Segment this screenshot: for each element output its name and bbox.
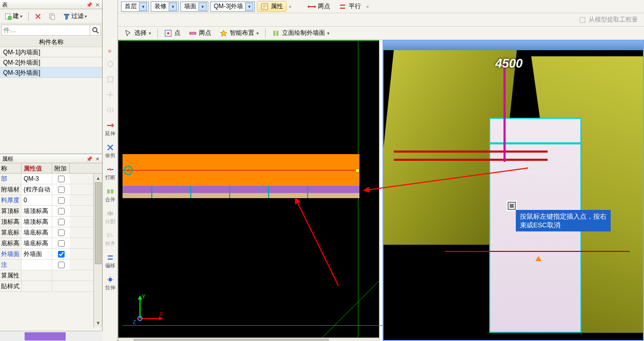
prop-extra-checkbox[interactable]	[58, 219, 65, 225]
workspace: A Y X Z	[118, 40, 644, 341]
tool[interactable]	[104, 57, 116, 71]
chevron-down-icon: ▾	[149, 31, 151, 36]
search-input[interactable]	[1, 25, 90, 36]
scroll-down-icon[interactable]: ▼	[94, 318, 102, 327]
pin-icon[interactable]: 📌	[86, 1, 93, 8]
offset-tool[interactable]: 偏移	[104, 251, 116, 271]
mirror-tool[interactable]	[104, 103, 116, 117]
chevron-down-icon: ▾	[198, 3, 207, 11]
point-tool[interactable]: 点	[161, 28, 184, 38]
prop-row[interactable]: 算顶标高 墙顶标高	[0, 206, 102, 217]
layer-wood[interactable]	[123, 193, 359, 198]
properties-button[interactable]: 属性	[257, 1, 287, 12]
two-point-tool[interactable]: 两点	[305, 2, 333, 11]
svg-rect-11	[109, 278, 112, 281]
prop-extra-checkbox[interactable]	[58, 176, 65, 182]
prop-extra-checkbox[interactable]	[58, 229, 65, 236]
property-pane-title: 属框	[2, 156, 13, 162]
svg-rect-19	[273, 31, 275, 36]
prop-extra-checkbox[interactable]	[58, 186, 65, 193]
prop-extra-checkbox[interactable]	[58, 251, 65, 258]
copy-button[interactable]	[46, 12, 58, 21]
merge-tool[interactable]: 合并	[104, 185, 116, 205]
align-tool[interactable]: 对齐	[104, 229, 116, 249]
delete-button[interactable]	[32, 12, 44, 21]
split-tool[interactable]: 分割	[104, 207, 116, 227]
extract-bar: 从模型提取工程量	[118, 13, 644, 27]
canvas-2d[interactable]: A Y X Z	[118, 40, 379, 338]
prop-extra-checkbox[interactable]	[58, 208, 65, 215]
close-icon[interactable]: ✕	[94, 155, 101, 162]
pin-icon[interactable]: 📌	[86, 155, 93, 162]
prop-row[interactable]: 顶标高 墙顶标高	[0, 217, 102, 227]
prop-row[interactable]: 料厚度( 0	[0, 195, 102, 206]
prop-group[interactable]: 貼样式	[0, 281, 102, 292]
svg-text:Y: Y	[142, 294, 146, 300]
vertical-scrollbar[interactable]: ▲ ▼	[93, 174, 102, 327]
prop-group[interactable]: 算属性	[0, 270, 102, 281]
prop-row[interactable]: 部 QM-3	[0, 174, 102, 184]
scroll-thumb[interactable]	[95, 182, 102, 264]
smart-layout-tool[interactable]: 智能布置 ▾	[216, 28, 262, 38]
search-row	[0, 24, 102, 37]
extract-from-model-button[interactable]: 从模型提取工程量	[575, 15, 641, 25]
hint-tooltip: 按鼠标左键指定插入点，按右 束或ESC取消	[516, 210, 611, 231]
tool[interactable]	[104, 88, 116, 101]
prop-row[interactable]: 外墙面 外墙面	[0, 249, 102, 260]
floor-select[interactable]: 首层▾	[121, 2, 149, 12]
scroll-thumb[interactable]	[134, 339, 329, 341]
stretch-tool[interactable]: 拉伸	[104, 273, 116, 293]
viewport-3d-photo[interactable]: 4500 按鼠标左键指定插入点，按右 束或ESC取消	[383, 40, 644, 341]
edge-red	[445, 251, 630, 252]
search-button[interactable]	[90, 25, 101, 36]
component-row[interactable]: QM-2[外墙面]	[0, 57, 102, 68]
horizontal-scrollbar[interactable]	[118, 338, 379, 341]
new-button[interactable]: 建 ▾	[2, 11, 25, 22]
new-button-label: 建	[13, 12, 19, 20]
prop-extra-checkbox[interactable]	[58, 262, 65, 268]
prop-extra-checkbox[interactable]	[58, 197, 65, 204]
filter-button-label: 过滤	[71, 12, 84, 20]
svg-rect-7	[108, 77, 113, 82]
overflow-chevron-icon[interactable]: »	[366, 4, 369, 9]
prop-row[interactable]: 附墙材质 (程序自动	[0, 184, 102, 195]
left-tab-strip[interactable]	[0, 331, 103, 341]
chevron-down-icon: ▾	[139, 3, 147, 11]
prop-row[interactable]: 算底标高 墙底标高	[0, 227, 102, 238]
dimension-line	[504, 59, 506, 162]
prop-row[interactable]: 底标高 墙底标高	[0, 238, 102, 249]
break-tool[interactable]: 打断	[104, 163, 116, 183]
dimension-value: 4500	[495, 56, 522, 71]
prop-row[interactable]: 注	[0, 260, 102, 270]
layer-purple[interactable]	[123, 186, 359, 193]
svg-point-4	[93, 28, 97, 32]
chevron-down-icon: ▾	[20, 14, 23, 19]
category-select[interactable]: 装修▾	[151, 2, 178, 12]
edge-red	[394, 151, 548, 153]
active-tab[interactable]	[25, 332, 66, 340]
subcategory-select[interactable]: 墙面▾	[180, 2, 208, 12]
component-row[interactable]: QM-3[外墙面]	[0, 68, 102, 78]
extend-tool[interactable]: 延伸	[104, 119, 116, 139]
chevron-down-icon: ▾	[85, 14, 87, 19]
property-grid-body: 部 QM-3 附墙材质 (程序自动 料厚度( 0 算顶标高 墙顶标高 顶标高	[0, 174, 102, 327]
tool[interactable]	[104, 73, 116, 86]
filter-button[interactable]: 过滤 ▾	[61, 11, 90, 22]
close-icon[interactable]: ✕	[94, 1, 101, 8]
two-point-draw[interactable]: 两点	[186, 28, 214, 38]
trim-tool[interactable]: 修剪	[104, 141, 116, 161]
svg-rect-1	[8, 16, 11, 19]
axis-node-a[interactable]: A	[124, 166, 133, 175]
elevation-draw-tool[interactable]: 立面绘制外墙面 ▾	[269, 28, 333, 38]
component-list-title: 表	[2, 2, 8, 8]
brush-tool[interactable]	[104, 42, 116, 55]
parallel-tool[interactable]: 平行	[335, 2, 364, 11]
scroll-up-icon[interactable]: ▲	[94, 174, 102, 182]
overflow-chevron-icon[interactable]: »	[289, 4, 291, 9]
prop-extra-checkbox[interactable]	[58, 240, 65, 247]
grip-handle[interactable]	[355, 168, 359, 173]
svg-rect-9	[111, 189, 113, 194]
item-select[interactable]: QM-3[外墙▾	[210, 2, 255, 12]
component-row[interactable]: QM-1[内墙面]	[0, 47, 102, 57]
select-tool[interactable]: 选择 ▾	[121, 28, 154, 38]
